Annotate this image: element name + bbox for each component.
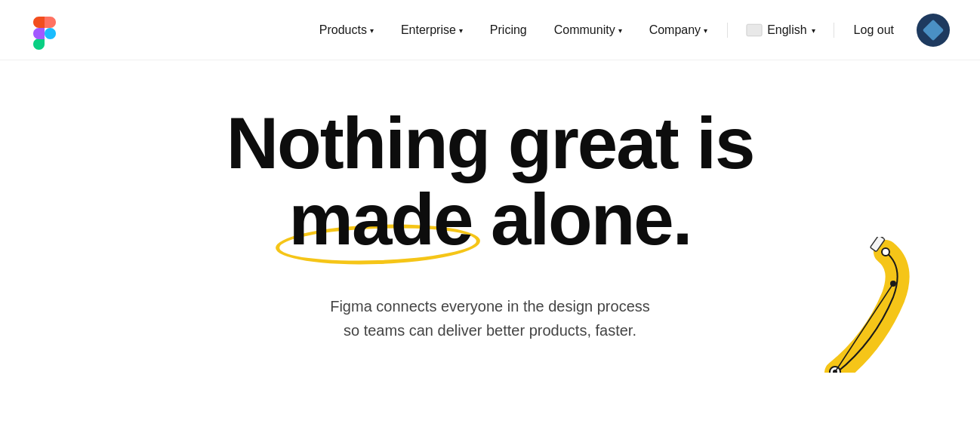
language-selector[interactable]: 🌐 English ▾ bbox=[737, 16, 824, 45]
user-avatar-button[interactable] bbox=[917, 14, 950, 47]
language-label: English bbox=[767, 23, 806, 37]
nav-pricing-label: Pricing bbox=[490, 23, 527, 37]
figma-logo[interactable] bbox=[30, 12, 66, 48]
nav-community-label: Community bbox=[554, 23, 615, 37]
svg-rect-0 bbox=[747, 24, 762, 36]
made-wrapper: made bbox=[289, 182, 473, 258]
logout-button[interactable]: Log out bbox=[843, 17, 904, 43]
pen-tool-illustration bbox=[753, 237, 920, 373]
nav-divider-2 bbox=[834, 23, 834, 38]
nav-products[interactable]: Products ▾ bbox=[309, 17, 384, 43]
language-chevron-icon: ▾ bbox=[812, 26, 815, 35]
nav-community[interactable]: Community ▾ bbox=[544, 17, 633, 43]
enterprise-chevron-icon: ▾ bbox=[459, 26, 463, 35]
nav-pricing[interactable]: Pricing bbox=[479, 17, 538, 43]
hero-made-text: made bbox=[289, 179, 473, 259]
hero-subtitle: Figma connects everyone in the design pr… bbox=[330, 294, 650, 342]
nav-company-label: Company bbox=[649, 23, 701, 37]
hero-subtitle-line1: Figma connects everyone in the design pr… bbox=[330, 298, 650, 315]
nav-products-label: Products bbox=[319, 23, 367, 37]
logout-label: Log out bbox=[854, 23, 894, 37]
globe-icon: 🌐 bbox=[746, 22, 763, 38]
company-chevron-icon: ▾ bbox=[704, 26, 707, 35]
avatar-diamond-icon bbox=[923, 19, 944, 40]
svg-point-8 bbox=[890, 281, 896, 287]
nav-enterprise[interactable]: Enterprise ▾ bbox=[390, 17, 473, 43]
navbar: Products ▾ Enterprise ▾ Pricing Communit… bbox=[0, 0, 980, 60]
hero-title: Nothing great is made alone. bbox=[227, 106, 754, 258]
hero-section: Nothing great is made alone. Figma conne… bbox=[0, 60, 980, 373]
nav-divider bbox=[727, 23, 728, 38]
community-chevron-icon: ▾ bbox=[618, 26, 622, 35]
nav-enterprise-label: Enterprise bbox=[401, 23, 456, 37]
hero-subtitle-line2: so teams can deliver better products, fa… bbox=[344, 322, 636, 339]
svg-point-9 bbox=[882, 248, 889, 256]
hero-title-line2-suffix: alone. bbox=[472, 179, 691, 259]
hero-title-line1: Nothing great is bbox=[227, 103, 754, 183]
nav-company[interactable]: Company ▾ bbox=[639, 17, 718, 43]
products-chevron-icon: ▾ bbox=[370, 26, 374, 35]
